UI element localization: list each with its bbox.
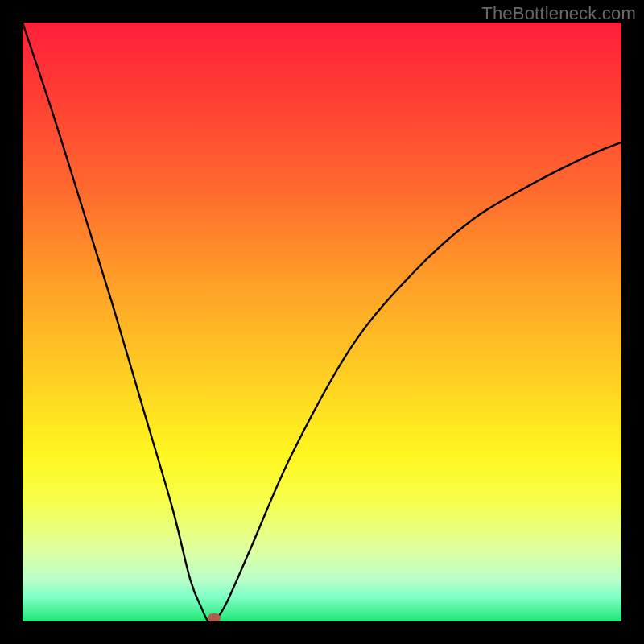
optimum-marker [208, 613, 221, 621]
bottleneck-curve [23, 23, 621, 621]
attribution-label: TheBottleneck.com [481, 3, 636, 24]
chart-plot-area [23, 23, 621, 621]
chart-frame: TheBottleneck.com [0, 0, 644, 644]
